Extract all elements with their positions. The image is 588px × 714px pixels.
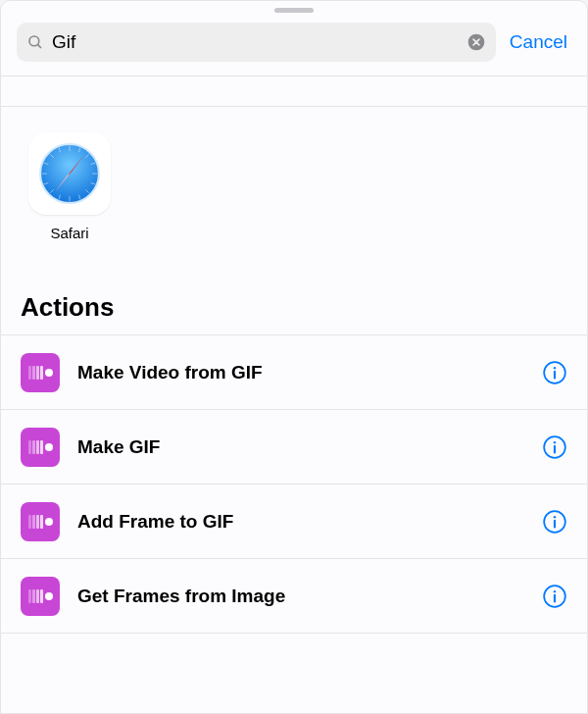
apps-section: Safari — [1, 106, 587, 241]
action-row[interactable]: Get Frames from Image — [1, 559, 587, 634]
app-tile-safari[interactable]: Safari — [28, 132, 111, 241]
gif-action-icon — [21, 502, 60, 541]
action-title: Make Video from GIF — [60, 362, 542, 383]
action-row[interactable]: Make Video from GIF — [1, 335, 587, 410]
safari-icon — [28, 132, 111, 215]
cancel-button[interactable]: Cancel — [510, 31, 571, 53]
info-icon[interactable] — [542, 360, 567, 385]
app-label: Safari — [50, 225, 88, 241]
search-input[interactable] — [44, 31, 466, 53]
svg-point-0 — [29, 36, 39, 46]
sheet-grabber[interactable] — [274, 8, 314, 13]
action-title: Make GIF — [60, 436, 542, 458]
info-icon[interactable] — [542, 509, 567, 535]
action-title: Add Frame to GIF — [60, 511, 542, 533]
actions-heading: Actions — [1, 292, 587, 323]
action-title: Get Frames from Image — [60, 586, 542, 607]
svg-point-34 — [554, 589, 556, 591]
action-row[interactable]: Make GIF — [1, 410, 587, 484]
svg-point-31 — [554, 515, 556, 517]
svg-point-25 — [554, 366, 556, 368]
gif-action-icon — [21, 428, 60, 467]
gif-action-icon — [21, 577, 60, 616]
clear-icon[interactable] — [466, 32, 486, 52]
gif-action-icon — [21, 353, 60, 392]
action-search-sheet: Cancel — [0, 0, 588, 714]
search-field[interactable] — [17, 23, 496, 62]
action-row[interactable]: Add Frame to GIF — [1, 484, 587, 559]
actions-list: Make Video from GIF Make GIF Add Frame — [1, 334, 587, 634]
info-icon[interactable] — [542, 434, 567, 460]
svg-point-28 — [554, 440, 556, 442]
divider — [1, 76, 587, 76]
svg-line-1 — [37, 44, 41, 48]
info-icon[interactable] — [542, 584, 567, 609]
search-icon — [26, 33, 44, 51]
